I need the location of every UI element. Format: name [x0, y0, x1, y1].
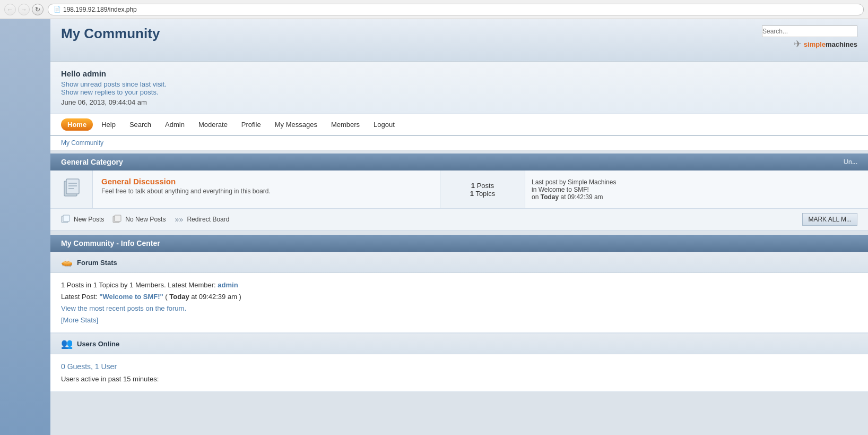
svg-rect-6 — [63, 215, 70, 221]
online-summary: 0 Guests, 1 User — [61, 361, 857, 373]
board-lastpost-cell: Last post by Simple Machines in Welcome … — [525, 170, 868, 208]
board-description: Feel free to talk about anything and eve… — [101, 187, 431, 195]
mark-all-read-button[interactable]: MARK ALL M... — [802, 213, 857, 226]
legend-items: New Posts No New Posts — [61, 215, 229, 224]
refresh-button[interactable]: ↻ — [32, 4, 44, 15]
latest-post-mid: ( Today at 09:42:39 am ) — [165, 293, 241, 301]
board-icon-cell — [50, 170, 93, 208]
page-wrapper: My Community ✈ simplemachines Hello admi… — [0, 19, 868, 435]
lastpost-date: on Today at 09:42:39 am — [532, 193, 862, 201]
forum-content: General Category Un... — [50, 150, 868, 395]
online-active-label: Users active in past 15 minutes: — [61, 373, 857, 385]
info-center-title: My Community - Info Center — [61, 239, 160, 248]
nav-item-admin[interactable]: Admin — [160, 118, 190, 131]
browser-chrome: ← → ↻ 📄 198.199.92.189/index.php — [0, 0, 868, 19]
no-new-posts-label: No New Posts — [125, 216, 166, 223]
forum-stats-header: 🥧 Forum Stats — [50, 252, 868, 273]
forum-stats-body: 1 Posts in 1 Topics by 1 Members. Latest… — [50, 273, 868, 333]
hello-box: Hello admin Show unread posts since last… — [50, 62, 868, 114]
logo-area: ✈ simplemachines — [794, 38, 857, 50]
latest-post-prefix: Latest Post: — [61, 293, 98, 301]
site-title: My Community — [61, 25, 160, 42]
nav-item-my-messages[interactable]: My Messages — [270, 118, 323, 131]
users-online-body: 0 Guests, 1 User Users active in past 15… — [50, 354, 868, 392]
legend-no-new-posts: No New Posts — [112, 215, 166, 224]
nav-item-home[interactable]: Home — [61, 118, 93, 131]
forum-stats-title: Forum Stats — [77, 259, 117, 267]
board-topics-stat: 1 Topics — [447, 190, 518, 198]
back-button[interactable]: ← — [4, 4, 16, 15]
nav-item-profile[interactable]: Profile — [236, 118, 266, 131]
forum-stats-icon: 🥧 — [61, 257, 73, 268]
stats-summary: 1 Posts in 1 Topics by 1 Members. Latest… — [61, 281, 216, 289]
users-online-header: 👥 Users Online — [50, 333, 868, 354]
mark-all-button[interactable]: MARK ALL M... — [802, 213, 857, 226]
board-name-link[interactable]: General Discussion — [101, 177, 176, 186]
logo-text: simplemachines — [804, 40, 857, 48]
board-posts-stat: 1 Posts — [447, 182, 518, 190]
nav-bar: Home Help Search Admin Moderate Profile … — [50, 114, 868, 136]
more-stats-link[interactable]: [More Stats] — [61, 316, 98, 324]
nav-item-help[interactable]: Help — [96, 118, 121, 131]
nav-item-search[interactable]: Search — [124, 118, 157, 131]
lastpost-by: Last post by Simple Machines — [532, 178, 862, 186]
pages-icon-svg — [61, 177, 82, 198]
new-replies-link[interactable]: Show new replies to your posts. — [61, 88, 159, 96]
header-search-input[interactable] — [762, 25, 857, 37]
url-bar[interactable]: 📄 198.199.92.189/index.php — [48, 4, 864, 15]
page-icon: 📄 — [54, 6, 61, 13]
category-name: General Category — [61, 158, 123, 166]
legend-row: New Posts No New Posts — [50, 209, 868, 231]
board-stats-cell: 1 Posts 1 Topics — [440, 170, 525, 208]
lastpost-in: in Welcome to SMF! — [532, 186, 862, 193]
site-header: My Community ✈ simplemachines — [50, 19, 868, 62]
nav-item-moderate[interactable]: Moderate — [193, 118, 233, 131]
category-header: General Category Un... — [50, 153, 868, 170]
redirect-label: Redirect Board — [187, 216, 229, 223]
breadcrumb: My Community — [50, 136, 868, 150]
url-text: 198.199.92.189/index.php — [63, 6, 137, 13]
hello-links: Show unread posts since last visit. Show… — [61, 80, 857, 96]
view-recent-posts-link[interactable]: View the most recent posts on the forum. — [61, 304, 186, 312]
forward-button[interactable]: → — [18, 4, 30, 15]
nav-item-logout[interactable]: Logout — [368, 118, 400, 131]
board-row: General Discussion Feel free to talk abo… — [50, 170, 868, 209]
logo-icon: ✈ — [794, 38, 802, 50]
hello-date: June 06, 2013, 09:44:04 am — [61, 98, 857, 106]
category-right-label: Un... — [844, 158, 857, 166]
site-title-block: My Community — [61, 25, 160, 43]
header-right: ✈ simplemachines — [762, 25, 857, 50]
legend-redirect: »» Redirect Board — [174, 215, 229, 224]
board-icon — [61, 177, 82, 202]
hello-greeting: Hello admin — [61, 69, 857, 78]
board-info-cell: General Discussion Feel free to talk abo… — [93, 170, 440, 208]
redirect-icon: »» — [174, 215, 184, 224]
users-online-title: Users Online — [77, 340, 119, 348]
legend-new-posts: New Posts — [61, 215, 104, 224]
svg-rect-8 — [115, 215, 121, 221]
new-posts-label: New Posts — [74, 216, 104, 223]
latest-member-link[interactable]: admin — [218, 281, 238, 289]
svg-rect-1 — [66, 179, 79, 194]
info-center-header: My Community - Info Center — [50, 235, 868, 252]
main-layout: My Community ✈ simplemachines Hello admi… — [0, 19, 868, 435]
latest-post-title-link[interactable]: "Welcome to SMF!" — [99, 293, 163, 301]
content-area: My Community ✈ simplemachines Hello admi… — [50, 19, 868, 435]
breadcrumb-link[interactable]: My Community — [61, 139, 103, 147]
left-strip — [0, 19, 50, 435]
new-posts-icon — [61, 215, 71, 224]
users-online-icon: 👥 — [61, 338, 73, 349]
no-new-posts-icon — [112, 215, 122, 224]
nav-item-members[interactable]: Members — [326, 118, 365, 131]
unread-posts-link[interactable]: Show unread posts since last visit. — [61, 80, 167, 88]
